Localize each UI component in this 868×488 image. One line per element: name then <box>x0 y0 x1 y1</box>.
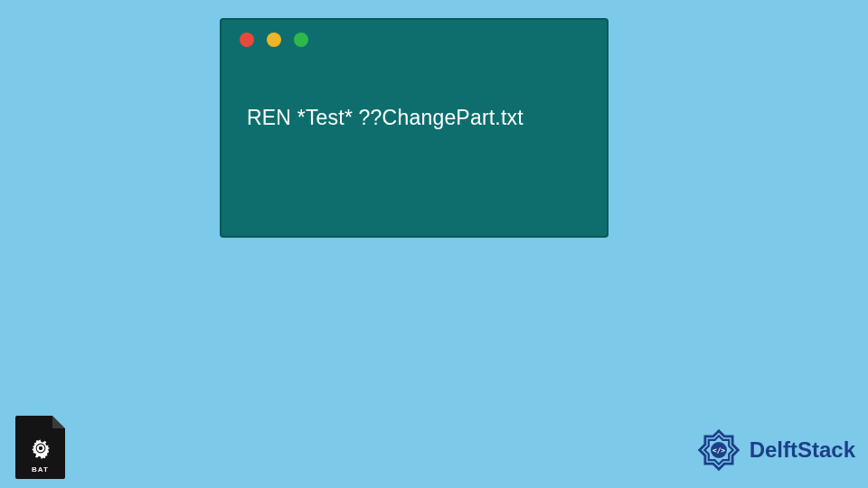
code-window: REN *Test* ??ChangePart.txt <box>220 18 609 238</box>
code-content: REN *Test* ??ChangePart.txt <box>247 106 589 130</box>
close-icon <box>240 33 254 47</box>
svg-text:</>: </> <box>712 446 725 455</box>
maximize-icon <box>294 33 308 47</box>
bat-file-icon: BAT <box>15 416 65 479</box>
brand-logo-icon: </> <box>693 425 744 475</box>
gear-icon <box>29 436 52 460</box>
brand: </> DelftStack <box>693 425 855 475</box>
bat-label: BAT <box>32 465 49 474</box>
minimize-icon <box>267 33 281 47</box>
traffic-lights <box>240 33 308 47</box>
brand-text: DelftStack <box>750 437 855 463</box>
